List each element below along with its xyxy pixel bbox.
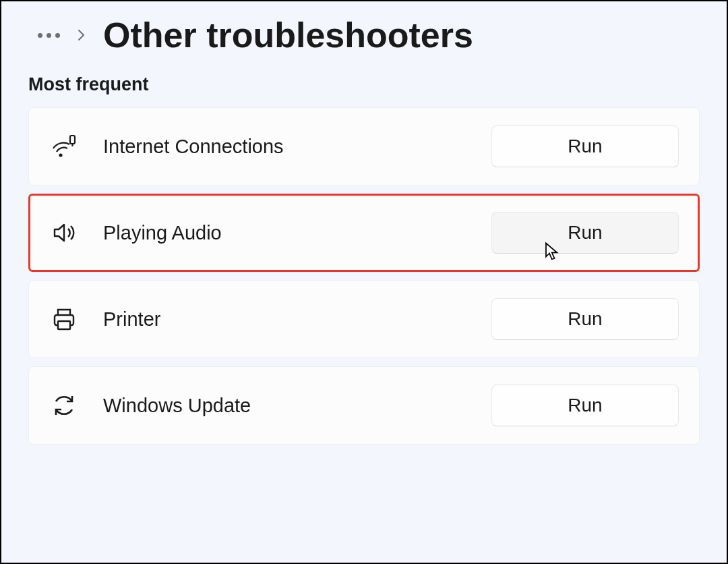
speaker-icon <box>49 219 79 246</box>
section-label: Most frequent <box>28 69 700 107</box>
chevron-right-icon <box>75 28 88 42</box>
troubleshooter-label: Playing Audio <box>103 222 491 244</box>
page-title: Other troubleshooters <box>103 15 473 55</box>
run-button[interactable]: Run <box>491 385 679 426</box>
troubleshooter-label: Windows Update <box>103 395 491 417</box>
troubleshooter-label: Internet Connections <box>103 136 491 158</box>
more-menu-icon[interactable] <box>38 33 60 38</box>
run-button[interactable]: Run <box>491 125 679 167</box>
troubleshooter-item-printer: Printer Run <box>28 280 700 358</box>
update-icon <box>49 392 79 419</box>
printer-icon <box>49 306 79 333</box>
run-button[interactable]: Run <box>491 212 679 254</box>
svg-rect-1 <box>70 136 75 144</box>
troubleshooter-item-windows-update: Windows Update Run <box>28 366 700 445</box>
svg-rect-4 <box>58 321 70 329</box>
header: Other troubleshooters <box>1 1 727 69</box>
wifi-icon <box>49 133 79 160</box>
troubleshooter-item-internet-connections: Internet Connections Run <box>28 107 700 186</box>
troubleshooter-label: Printer <box>103 308 491 331</box>
troubleshooter-item-playing-audio: Playing Audio Run <box>28 194 700 272</box>
svg-point-0 <box>60 154 62 157</box>
run-button[interactable]: Run <box>491 298 679 340</box>
content: Most frequent Internet Connections Run P… <box>1 69 727 445</box>
